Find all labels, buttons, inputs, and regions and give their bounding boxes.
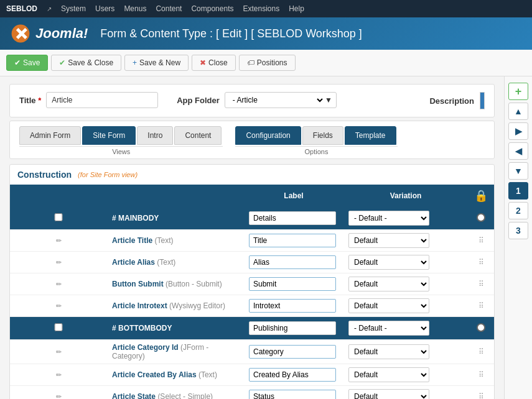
edit-pencil-icon-article-alias[interactable]: ✏: [56, 259, 62, 266]
section-bottombody-checkbox[interactable]: [15, 323, 102, 331]
article-state-label-input[interactable]: [249, 390, 336, 399]
article-category-variation-select[interactable]: Default: [348, 344, 429, 359]
section-bottombody-radio[interactable]: [477, 323, 485, 332]
drag-handle-icon-article-title[interactable]: ⠿: [478, 236, 484, 245]
sidebar-page-1-button[interactable]: 1: [508, 182, 528, 200]
section-mainbody-checkbox[interactable]: [15, 213, 102, 221]
site-name[interactable]: SEBLOD: [6, 4, 37, 13]
field-name-button-submit: Button Submit (Button - Submit): [107, 273, 244, 295]
construction-subtitle: (for Site Form view): [78, 171, 138, 178]
drag-handle-icon-article-created-by-alias[interactable]: ⠿: [478, 370, 484, 379]
section-bottombody-label-cell: [244, 317, 343, 340]
article-alias-label-input[interactable]: [249, 255, 336, 269]
article-alias-variation-select[interactable]: Default: [348, 255, 429, 270]
button-submit-variation-select[interactable]: Default: [348, 277, 429, 291]
article-introtext-variation-select[interactable]: Default: [348, 298, 429, 313]
article-category-link[interactable]: Article Category Id: [112, 343, 179, 352]
description-area: Description: [429, 92, 485, 109]
tab-configuration[interactable]: Configuration: [235, 126, 301, 145]
section-mainbody: # MAINBODY - Default -: [10, 207, 494, 230]
button-submit-link[interactable]: Button Submit: [112, 280, 164, 288]
tab-template[interactable]: Template: [345, 126, 396, 145]
positions-button[interactable]: 🏷 Positions: [239, 55, 296, 71]
edit-pencil-icon-article-created-by-alias[interactable]: ✏: [56, 371, 62, 378]
article-title-link[interactable]: Article Title: [112, 236, 152, 245]
nav-system[interactable]: System: [61, 4, 86, 13]
nav-components[interactable]: Components: [191, 4, 233, 13]
close-button[interactable]: ✖ Close: [192, 55, 236, 71]
drag-handle-icon-button-submit[interactable]: ⠿: [478, 280, 484, 288]
edit-pencil-icon-article-title[interactable]: ✏: [56, 237, 62, 244]
edit-pencil-icon-article-state[interactable]: ✏: [56, 393, 62, 399]
article-title-label-input[interactable]: [249, 234, 336, 247]
sidebar-right-button[interactable]: ▶: [508, 122, 528, 140]
nav-extensions[interactable]: Extensions: [243, 4, 279, 13]
app-folder-select-wrapper[interactable]: - Article ▼: [225, 92, 337, 108]
tab-admin-form[interactable]: Admin Form: [19, 126, 81, 145]
construction-table: Label Variation 🔒 # MAINBOD: [10, 185, 494, 399]
section-mainbody-variation-select[interactable]: - Default -: [348, 211, 429, 226]
article-introtext-type: (Wysiwyg Editor): [169, 301, 225, 310]
article-category-label-input[interactable]: [249, 345, 336, 359]
sidebar-down-button[interactable]: ▼: [508, 162, 528, 180]
field-name-article-alias: Article Alias (Text): [107, 252, 244, 273]
section-mainbody-variation-cell: - Default -: [343, 207, 468, 230]
form-fields-row: Title * App Folder - Article ▼ Descripti…: [9, 84, 495, 117]
table-header-row: Label Variation 🔒: [10, 185, 494, 207]
sidebar-page-2-button[interactable]: 2: [508, 202, 528, 219]
section-mainbody-radio[interactable]: [477, 213, 485, 222]
drag-handle-icon-article-introtext[interactable]: ⠿: [478, 301, 484, 310]
options-tabs-inner: Configuration Fields Template: [235, 126, 397, 145]
article-created-by-alias-link[interactable]: Article Created By Alias: [112, 370, 197, 379]
app-folder-select[interactable]: - Article: [229, 93, 325, 108]
edit-pencil-icon-article-category[interactable]: ✏: [56, 348, 62, 355]
sidebar-left-button[interactable]: ◀: [508, 142, 528, 160]
article-alias-link[interactable]: Article Alias: [112, 258, 155, 267]
nav-menus[interactable]: Menus: [124, 4, 146, 13]
article-introtext-link[interactable]: Article Introtext: [112, 301, 167, 310]
table-row-article-category: ✏ Article Category Id (JForm - Category)…: [10, 340, 494, 364]
save-new-button[interactable]: + Save & New: [124, 55, 189, 71]
section-mainbody-title: # MAINBODY: [107, 207, 244, 230]
article-state-link[interactable]: Article State: [112, 392, 156, 399]
tabs-row: Admin Form Site Form Intro Content Views…: [19, 126, 485, 155]
edit-pencil-icon-article-introtext[interactable]: ✏: [56, 302, 62, 310]
article-title-variation-select[interactable]: Default: [348, 233, 429, 248]
field-name-article-created-by-alias: Article Created By Alias (Text): [107, 364, 244, 386]
right-sidebar: + ▲ ▶ ◀ ▼ 1 2 3: [504, 76, 532, 399]
article-introtext-label-input[interactable]: [249, 299, 336, 313]
article-state-variation-select[interactable]: Default: [348, 389, 429, 399]
drag-handle-icon-article-category[interactable]: ⠿: [478, 347, 484, 356]
title-input[interactable]: [46, 92, 158, 108]
col-check-header: [10, 185, 107, 207]
section-bottombody-label-input[interactable]: [249, 321, 336, 335]
button-submit-label-input[interactable]: [249, 277, 336, 291]
tabs-section: Admin Form Site Form Intro Content Views…: [9, 121, 495, 159]
field-name-article-title: Article Title (Text): [107, 230, 244, 252]
field-name-article-introtext: Article Introtext (Wysiwyg Editor): [107, 295, 244, 317]
sidebar-add-button[interactable]: +: [508, 83, 528, 100]
save-close-check-icon: ✔: [59, 58, 65, 67]
article-created-by-alias-variation-select[interactable]: Default: [348, 367, 429, 382]
save-button[interactable]: ✔ Save: [6, 55, 48, 71]
edit-pencil-icon-button-submit[interactable]: ✏: [56, 280, 62, 288]
nav-content[interactable]: Content: [156, 4, 182, 13]
col-label-header: Label: [244, 185, 343, 207]
tab-intro[interactable]: Intro: [137, 126, 173, 145]
lock-icon: 🔒: [474, 190, 488, 202]
tab-fields[interactable]: Fields: [302, 126, 343, 145]
tab-site-form[interactable]: Site Form: [82, 126, 136, 145]
article-created-by-alias-label-input[interactable]: [249, 368, 336, 382]
left-panel: Title * App Folder - Article ▼ Descripti…: [0, 76, 504, 399]
joomla-logo: Joomla!: [9, 22, 88, 45]
drag-handle-icon-article-alias[interactable]: ⠿: [478, 258, 484, 267]
save-close-button[interactable]: ✔ Save & Close: [51, 55, 121, 71]
section-mainbody-label-input[interactable]: [249, 211, 336, 225]
tab-content[interactable]: Content: [174, 126, 222, 145]
nav-help[interactable]: Help: [289, 4, 304, 13]
sidebar-page-3-button[interactable]: 3: [508, 222, 528, 239]
section-bottombody-variation-select[interactable]: - Default -: [348, 321, 429, 336]
drag-handle-icon-article-state[interactable]: ⠿: [478, 392, 484, 399]
sidebar-up-button[interactable]: ▲: [508, 103, 528, 120]
nav-users[interactable]: Users: [95, 4, 114, 13]
